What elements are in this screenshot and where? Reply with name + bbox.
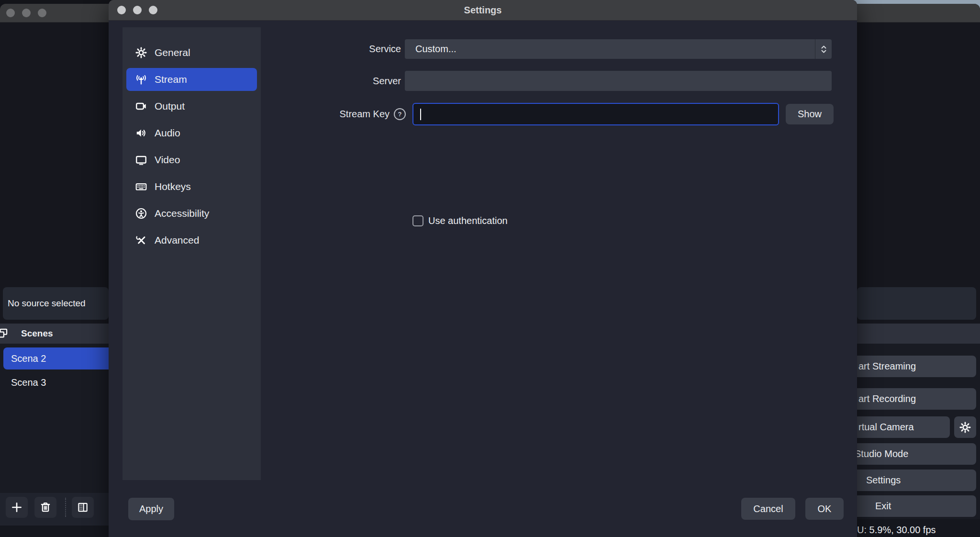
sidebar-item-label: Hotkeys: [155, 181, 191, 192]
start-streaming-label: art Streaming: [858, 361, 916, 372]
accessibility-icon: [135, 207, 147, 220]
close-icon[interactable]: [117, 6, 126, 14]
scenes-toolbar: [0, 493, 109, 526]
use-authentication-label: Use authentication: [428, 215, 508, 226]
sidebar-item-accessibility[interactable]: Accessibility: [126, 202, 257, 225]
cpu-fps-stats: U: 5.9%, 30.00 fps: [857, 525, 936, 536]
show-key-button[interactable]: Show: [786, 104, 834, 124]
no-source-selected-text: No source selected: [8, 298, 86, 309]
help-icon[interactable]: ?: [394, 108, 406, 120]
dialog-title: Settings: [109, 0, 857, 20]
apply-button[interactable]: Apply: [128, 498, 174, 520]
cancel-button[interactable]: Cancel: [741, 498, 795, 520]
source-properties-panel: No source selected: [3, 287, 109, 320]
screen: No source selected Scenes Scena 2 Scena …: [0, 0, 980, 537]
controls-dock-header: [857, 324, 980, 344]
sidebar-item-label: Audio: [155, 127, 180, 139]
minimize-icon[interactable]: [133, 6, 142, 14]
virtual-camera-settings-button[interactable]: [954, 416, 976, 438]
service-select[interactable]: Custom...: [405, 39, 832, 59]
keyboard-icon: [135, 180, 147, 193]
gear-icon: [135, 46, 147, 59]
sidebar-item-label: Output: [155, 101, 185, 112]
stream-key-label: Stream Key ?: [247, 103, 406, 125]
text-caret: [420, 109, 421, 120]
sidebar-item-hotkeys[interactable]: Hotkeys: [126, 175, 257, 198]
sidebar-item-output[interactable]: Output: [126, 95, 257, 118]
sidebar-item-video[interactable]: Video: [126, 148, 257, 171]
scene-label: Scena 2: [11, 353, 46, 364]
sidebar-item-label: Video: [155, 154, 180, 166]
sidebar-item-label: Accessibility: [155, 208, 209, 219]
ok-button[interactable]: OK: [805, 498, 844, 520]
virtual-camera-label: rtual Camera: [858, 422, 914, 433]
service-selected-value: Custom...: [405, 44, 457, 55]
add-scene-button[interactable]: [6, 497, 28, 518]
add-icon: [11, 501, 23, 514]
sidebar-item-label: General: [155, 47, 190, 58]
panel-icon: [77, 501, 89, 514]
server-input[interactable]: [405, 71, 832, 91]
status-bar-stats: U: 5.9%, 30.00 fps: [857, 519, 980, 537]
remove-scene-button[interactable]: [34, 497, 56, 518]
server-label: Server: [290, 71, 401, 91]
scenes-dock-title: Scenes: [21, 328, 53, 339]
sidebar-item-label: Stream: [155, 74, 187, 85]
scene-item[interactable]: Scena 3: [3, 371, 115, 393]
exit-label: Exit: [875, 501, 891, 512]
stream-key-input[interactable]: [412, 103, 779, 125]
studio-mode-label: Studio Mode: [855, 448, 908, 459]
dialog-titlebar: Settings: [109, 0, 857, 21]
use-authentication-row: Use authentication: [412, 214, 508, 227]
settings-label: Settings: [866, 475, 901, 486]
zoom-window-icon[interactable]: [38, 9, 46, 17]
monitor-icon: [135, 154, 147, 166]
settings-dialog: Settings General Stream Output: [109, 0, 857, 537]
chevron-up-down-icon: [815, 39, 832, 59]
scenes-dock-header: Scenes: [0, 324, 109, 344]
service-label: Service: [290, 39, 401, 59]
trash-icon: [39, 501, 52, 514]
sidebar-item-advanced[interactable]: Advanced: [126, 229, 257, 252]
settings-sidebar: General Stream Output Audio: [122, 27, 261, 480]
video-camera-icon: [135, 100, 147, 112]
toolbar-separator: [65, 498, 66, 517]
right-dock-panel: [857, 287, 976, 320]
speaker-icon: [135, 127, 147, 139]
use-authentication-checkbox[interactable]: [412, 215, 423, 226]
scene-item-selected[interactable]: Scena 2: [3, 347, 115, 369]
start-recording-label: art Recording: [858, 393, 916, 404]
sidebar-item-stream[interactable]: Stream: [126, 68, 257, 91]
scene-filters-button[interactable]: [72, 497, 94, 518]
tools-icon: [135, 234, 147, 246]
gear-icon: [959, 421, 971, 434]
minimize-window-icon[interactable]: [22, 9, 31, 17]
broadcast-icon: [135, 73, 147, 86]
scene-list: Scena 2 Scena 3: [0, 344, 109, 493]
status-bar-left: [0, 526, 109, 537]
close-window-icon[interactable]: [6, 9, 15, 17]
scenes-icon: [0, 327, 9, 340]
maximize-icon[interactable]: [149, 6, 157, 14]
sidebar-item-audio[interactable]: Audio: [126, 122, 257, 145]
sidebar-item-label: Advanced: [155, 235, 199, 246]
sidebar-item-general[interactable]: General: [126, 41, 257, 64]
scene-label: Scena 3: [11, 377, 46, 388]
